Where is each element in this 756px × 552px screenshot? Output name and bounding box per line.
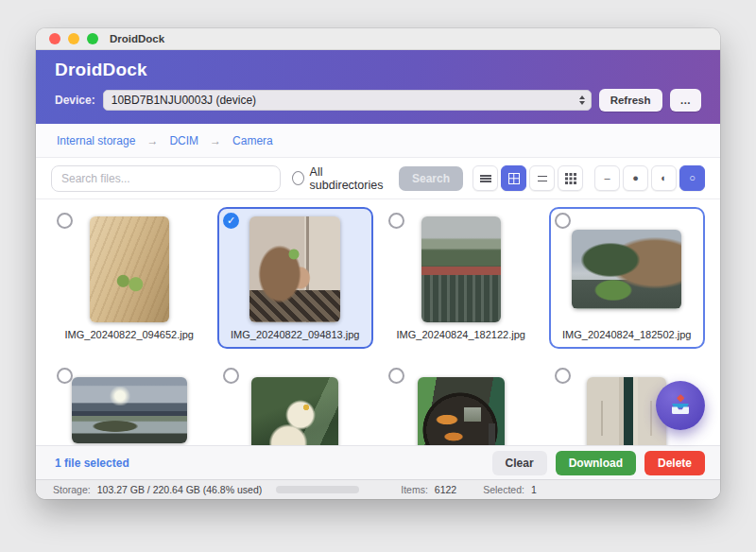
file-tile[interactable]: IMG_20240824_182122.jpg: [383, 207, 540, 349]
photo-thumbnail[interactable]: [572, 230, 681, 309]
size-outline-button[interactable]: ○: [679, 165, 705, 191]
photo-thumbnail[interactable]: [72, 377, 187, 443]
file-checkbox[interactable]: [555, 368, 571, 384]
breadcrumb-arrow-icon: →: [146, 134, 158, 147]
photo-thumbnail[interactable]: [421, 216, 501, 322]
file-tile[interactable]: [383, 362, 540, 445]
minimize-button[interactable]: [68, 33, 79, 44]
file-checkbox[interactable]: [57, 213, 73, 229]
photo-thumbnail[interactable]: [90, 216, 169, 322]
photo-thumbnail[interactable]: [587, 377, 666, 445]
file-tile-selected[interactable]: IMG_20240822_094813.jpg: [217, 207, 374, 349]
device-row: Device: 10BD7B1NJU0003J (device) Refresh…: [55, 89, 701, 112]
selected-label: Selected:: [483, 484, 524, 495]
close-button[interactable]: [49, 33, 60, 44]
selection-count-text: 1 file selected: [55, 457, 129, 470]
select-stepper-icon: [579, 95, 585, 105]
file-checkbox[interactable]: [57, 368, 73, 384]
size-small-button[interactable]: –: [594, 165, 620, 191]
storage-value: 103.27 GB / 220.64 GB (46.8% used): [97, 484, 263, 495]
device-select[interactable]: 10BD7B1NJU0003J (device): [103, 90, 592, 111]
traffic-lights: [49, 33, 98, 44]
file-tile[interactable]: [51, 362, 208, 445]
desktop-background: DroidDock DroidDock Device: 10BD7B1NJU00…: [0, 0, 756, 552]
action-bar: 1 file selected Clear Download Delete: [36, 445, 720, 479]
grid-view-button[interactable]: [501, 165, 526, 191]
refresh-button[interactable]: Refresh: [599, 89, 662, 112]
file-tile-focused[interactable]: IMG_20240824_182502.jpg: [549, 207, 706, 349]
breadcrumb-camera[interactable]: Camera: [232, 134, 273, 147]
size-filled-circle-icon: ●: [632, 173, 639, 183]
size-half-circle-icon: ◐: [661, 173, 667, 183]
file-checkbox[interactable]: [223, 368, 239, 384]
more-options-button[interactable]: …: [670, 89, 702, 112]
size-half-button[interactable]: ◐: [651, 165, 677, 191]
selected-value: 1: [531, 484, 537, 495]
size-filled-button[interactable]: ●: [623, 165, 648, 191]
clear-button[interactable]: Clear: [492, 451, 547, 475]
items-label: Items:: [401, 484, 428, 495]
file-tile[interactable]: [217, 362, 374, 445]
photo-thumbnail[interactable]: [418, 377, 505, 445]
download-inbox-icon: [667, 392, 694, 419]
zoom-button[interactable]: [87, 33, 98, 44]
file-checkbox[interactable]: [555, 213, 571, 229]
breadcrumb-dcim[interactable]: DCIM: [169, 134, 198, 147]
list-view-button[interactable]: [472, 165, 498, 191]
all-subdirectories-group: All subdirectories: [292, 165, 386, 192]
app-title: DroidDock: [55, 60, 701, 80]
file-name: IMG_20240822_094652.jpg: [65, 329, 194, 347]
all-subdirectories-label[interactable]: All subdirectories: [310, 165, 386, 192]
toolbar: All subdirectories Search – ● ◐ ○: [36, 158, 720, 199]
photo-thumbnail[interactable]: [249, 216, 340, 322]
search-button[interactable]: Search: [399, 166, 463, 191]
app-window: DroidDock DroidDock Device: 10BD7B1NJU00…: [36, 28, 720, 499]
toolbar-icon-groups: – ● ◐ ○: [472, 165, 705, 191]
download-button[interactable]: Download: [556, 451, 636, 475]
device-label: Device:: [55, 94, 95, 107]
file-checkbox[interactable]: [388, 368, 404, 384]
device-select-value: 10BD7B1NJU0003J (device): [112, 94, 574, 107]
breadcrumb-internal-storage[interactable]: Internal storage: [57, 134, 135, 147]
file-name: IMG_20240822_094813.jpg: [231, 329, 359, 347]
list-icon: [480, 175, 491, 182]
delete-button[interactable]: Delete: [644, 451, 705, 475]
dense-grid-icon: [565, 173, 568, 176]
app-header: DroidDock Device: 10BD7B1NJU0003J (devic…: [36, 50, 720, 124]
window-title: DroidDock: [110, 33, 164, 44]
all-subdirectories-checkbox[interactable]: [292, 171, 304, 185]
storage-progress-bar: [276, 486, 359, 493]
grid-icon: [508, 173, 520, 184]
file-checkbox[interactable]: [388, 213, 404, 229]
breadcrumb: Internal storage → DCIM → Camera: [36, 124, 720, 158]
size-outline-circle-icon: ○: [689, 173, 696, 183]
dense-grid-view-button[interactable]: [558, 165, 583, 191]
status-bar: Storage: 103.27 GB / 220.64 GB (46.8% us…: [36, 479, 720, 499]
photo-thumbnail[interactable]: [251, 377, 338, 445]
breadcrumb-arrow-icon: →: [210, 134, 221, 147]
storage-label: Storage:: [53, 484, 91, 495]
file-grid: IMG_20240822_094652.jpg IMG_20240822_094…: [51, 207, 705, 445]
compact-list-icon: [538, 176, 547, 181]
file-checkbox-checked[interactable]: [223, 213, 239, 229]
items-value: 6122: [435, 484, 456, 495]
file-name: IMG_20240824_182122.jpg: [397, 329, 525, 347]
size-dash-icon: –: [604, 173, 610, 183]
file-tile[interactable]: IMG_20240822_094652.jpg: [51, 207, 208, 349]
compact-list-view-button[interactable]: [529, 165, 555, 191]
file-name: IMG_20240824_182502.jpg: [562, 329, 691, 347]
titlebar: DroidDock: [36, 28, 720, 50]
download-fab-button[interactable]: [656, 381, 705, 430]
view-mode-group: [472, 165, 583, 191]
thumbnail-size-group: – ● ◐ ○: [594, 165, 705, 191]
file-grid-area: IMG_20240822_094652.jpg IMG_20240822_094…: [36, 199, 720, 445]
search-input[interactable]: [51, 165, 281, 192]
